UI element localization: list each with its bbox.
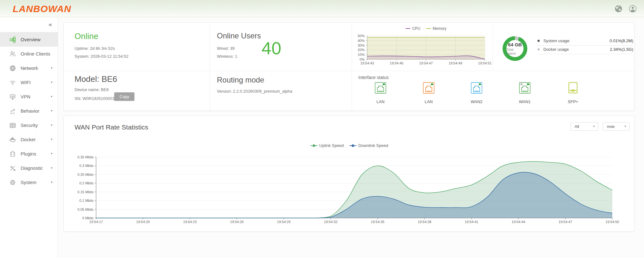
svg-text:19:54:45: 19:54:45 bbox=[390, 61, 403, 65]
rj45-port-icon bbox=[518, 90, 531, 95]
wan-time-select[interactable]: now ▼ bbox=[603, 122, 630, 131]
chevron-down-icon: ▼ bbox=[50, 95, 53, 98]
svg-text:0.25 Mbits: 0.25 Mbits bbox=[77, 173, 94, 176]
interface-status-section: Interface status LAN LAN WAN2 WAN1 SFP+ bbox=[352, 71, 635, 111]
routing-mode-title: Routing mode bbox=[217, 76, 264, 84]
language-globe-icon[interactable] bbox=[614, 4, 623, 13]
sidebar-item-vpn[interactable]: VPN VPN▼ bbox=[0, 89, 58, 104]
routing-mode-section: Routing mode Version: 2.2.0.20260309_pre… bbox=[210, 71, 352, 111]
sidebar-item-docker[interactable]: Docker▼ bbox=[0, 132, 58, 147]
svg-text:19:54:47: 19:54:47 bbox=[419, 61, 433, 65]
legend-item-cpu[interactable]: CPU bbox=[406, 26, 420, 31]
storage-section: 64 GB Total Space System usage0.01%(8.2M… bbox=[493, 23, 635, 71]
chevron-down-icon: ▼ bbox=[50, 81, 53, 84]
chevron-down-icon: ▼ bbox=[593, 122, 595, 130]
overview-card: Online Uptime: 2d 8h 3m 52s System: 2026… bbox=[63, 22, 634, 111]
online-status-section: Online Uptime: 2d 8h 3m 52s System: 2026… bbox=[64, 23, 210, 71]
svg-text:0.15 Mbits: 0.15 Mbits bbox=[77, 190, 94, 194]
wan-rate-legend: Uplink SpeedDownlink Speed bbox=[64, 143, 635, 148]
interface-status-title: Interface status bbox=[358, 75, 389, 80]
header-actions bbox=[614, 4, 637, 13]
chevron-down-icon: ▼ bbox=[50, 124, 53, 127]
online-users-count: 40 bbox=[240, 38, 303, 58]
svg-text:VPN: VPN bbox=[11, 95, 15, 97]
sidebar-item-system[interactable]: System▼ bbox=[0, 175, 58, 189]
port-lan: LAN bbox=[414, 82, 443, 104]
wan-rate-chart: 0 Mbits0.05 Mbits0.1 Mbits0.15 Mbits0.2 … bbox=[64, 151, 633, 228]
svg-text:19:54:35: 19:54:35 bbox=[371, 220, 385, 224]
plugins-icon bbox=[10, 151, 16, 157]
port-lan: LAN bbox=[366, 82, 395, 104]
wan-rate-card: WAN Port Rate Statistics All ▼ now ▼ Upl… bbox=[63, 116, 634, 232]
sidebar-item-overview[interactable]: Overview bbox=[0, 32, 58, 47]
chevron-down-icon: ▼ bbox=[624, 122, 627, 130]
legend-marker-icon bbox=[349, 145, 356, 146]
app-root: LANBOWAN « Overview Online Clients Netwo… bbox=[0, 0, 644, 258]
svg-text:0.1 Mbits: 0.1 Mbits bbox=[79, 199, 94, 202]
diagnostic-icon bbox=[10, 165, 16, 171]
rj45-port-icon bbox=[374, 90, 387, 95]
main-content: Online Uptime: 2d 8h 3m 52s System: 2026… bbox=[58, 17, 644, 258]
sidebar-item-network[interactable]: Network▼ bbox=[0, 61, 58, 75]
legend-item-memory[interactable]: Memory bbox=[426, 26, 446, 31]
storage-usage-list: System usage0.01%(8.2M) Docker usage2.34… bbox=[537, 37, 633, 54]
brand-logo: LANBOWAN bbox=[13, 3, 71, 14]
online-status-title: Online bbox=[75, 31, 98, 41]
copy-sn-button[interactable]: Copy bbox=[114, 92, 134, 101]
legend-item-downlink-speed[interactable]: Downlink Speed bbox=[349, 143, 388, 148]
rj45-port-icon bbox=[470, 90, 483, 95]
legend-marker-icon bbox=[406, 28, 410, 29]
svg-text:19:54:29: 19:54:29 bbox=[277, 220, 291, 224]
svg-text:19:54:50: 19:54:50 bbox=[606, 220, 619, 224]
sidebar: « Overview Online Clients Network▼ WIFI▼… bbox=[0, 17, 58, 258]
header: LANBOWAN bbox=[0, 0, 644, 17]
svg-text:0.3 Mbits: 0.3 Mbits bbox=[79, 164, 94, 168]
wan-rate-title: WAN Port Rate Statistics bbox=[75, 123, 148, 131]
legend-item-uplink-speed[interactable]: Uplink Speed bbox=[310, 143, 344, 148]
svg-text:19:54:51: 19:54:51 bbox=[478, 61, 492, 65]
sidebar-item-online-clients[interactable]: Online Clients bbox=[0, 47, 58, 61]
sidebar-item-wifi[interactable]: WIFI▼ bbox=[0, 75, 58, 89]
legend-marker-icon bbox=[426, 28, 431, 29]
svg-text:30%: 30% bbox=[358, 43, 365, 47]
model-title: Model: BE6 bbox=[75, 74, 117, 84]
svg-text:10%: 10% bbox=[358, 53, 365, 56]
cpu-memory-legend: CPUMemory bbox=[367, 26, 485, 31]
svg-text:19:54:26: 19:54:26 bbox=[230, 220, 244, 224]
behavior-icon bbox=[10, 108, 16, 114]
cpu-memory-chart: 0%10%20%30%40%50%19:54:4319:54:4519:54:4… bbox=[352, 31, 493, 71]
model-section: Model: BE6 Device name: BE6 SN: W0R19251… bbox=[64, 71, 210, 111]
storage-donut-chart: 64 GB Total Space bbox=[503, 36, 527, 61]
user-account-icon[interactable] bbox=[628, 4, 637, 13]
svg-text:50%: 50% bbox=[358, 34, 365, 38]
online-users-section: Online Users Wired: 39 Wireless: 1 40 bbox=[210, 23, 352, 71]
wireless-count-text: Wireless: 1 bbox=[217, 54, 237, 59]
sidebar-item-behavior[interactable]: Behavior▼ bbox=[0, 104, 58, 118]
svg-text:19:54:23: 19:54:23 bbox=[183, 220, 197, 224]
sfp-port-icon bbox=[567, 90, 579, 95]
port-wan2: WAN2 bbox=[462, 82, 491, 104]
cpu-memory-chart-section: CPUMemory 0%10%20%30%40%50%19:54:4319:54… bbox=[352, 23, 493, 71]
svg-text:20%: 20% bbox=[358, 48, 365, 52]
vpn-icon: VPN bbox=[10, 94, 16, 100]
svg-text:0.05 Mbits: 0.05 Mbits bbox=[77, 208, 94, 211]
overview-row-top: Online Uptime: 2d 8h 3m 52s System: 2026… bbox=[64, 23, 634, 71]
svg-text:0 Mbits: 0 Mbits bbox=[82, 216, 94, 220]
svg-text:40%: 40% bbox=[358, 39, 365, 43]
legend-dot-icon bbox=[537, 48, 540, 50]
sidebar-collapse-button[interactable]: « bbox=[49, 21, 52, 28]
serial-number-text: SN: W0R19251000010 bbox=[75, 94, 117, 103]
usage-row-docker-usage: Docker usage2.34%(1.5G) bbox=[537, 46, 633, 54]
sidebar-item-plugins[interactable]: Plugins▼ bbox=[0, 147, 58, 161]
sidebar-item-diagnostic[interactable]: Diagnostic▼ bbox=[0, 161, 58, 175]
chevron-down-icon: ▼ bbox=[50, 138, 53, 141]
port-sfp-: SFP+ bbox=[559, 82, 587, 104]
rj45-port-icon bbox=[422, 90, 435, 95]
svg-text:0%: 0% bbox=[360, 57, 365, 61]
wan-port-select[interactable]: All ▼ bbox=[570, 122, 598, 131]
svg-text:19:54:43: 19:54:43 bbox=[361, 61, 374, 65]
sidebar-item-security[interactable]: Security▼ bbox=[0, 118, 58, 132]
chevron-down-icon: ▼ bbox=[50, 167, 53, 169]
sidebar-header: « bbox=[0, 17, 58, 32]
wired-count-text: Wired: 39 bbox=[217, 46, 235, 51]
